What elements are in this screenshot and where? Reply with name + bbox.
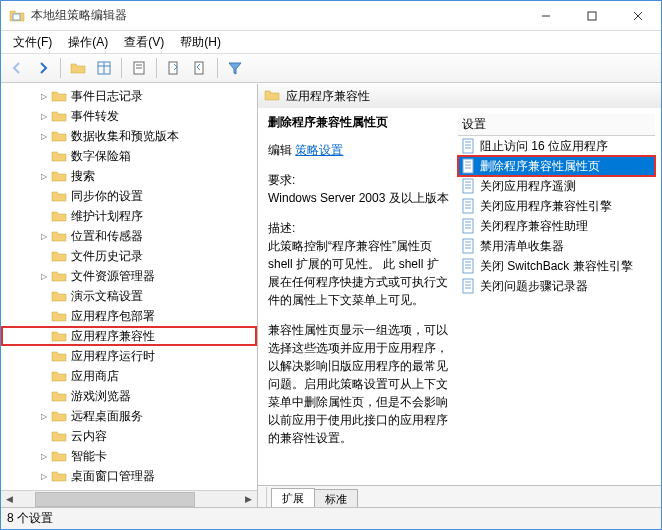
tree-item[interactable]: ▷事件转发	[1, 106, 257, 126]
tree-item-label: 事件转发	[71, 108, 119, 125]
tree-item[interactable]: 云内容	[1, 426, 257, 446]
expand-placeholder	[39, 151, 49, 161]
tree-item[interactable]: ▷文件资源管理器	[1, 266, 257, 286]
tree-item[interactable]: ▷搜索	[1, 166, 257, 186]
action-icon-1[interactable]	[162, 56, 186, 80]
tree-item[interactable]: ▷事件日志记录	[1, 86, 257, 106]
folder-icon	[51, 128, 67, 144]
folder-icon	[264, 87, 280, 106]
folder-icon	[51, 428, 67, 444]
expand-icon[interactable]: ▷	[39, 411, 49, 421]
tree-item[interactable]: 文件历史记录	[1, 246, 257, 266]
svg-rect-0	[13, 14, 20, 20]
scroll-right-arrow[interactable]: ▶	[240, 491, 257, 508]
tree-item[interactable]: 演示文稿设置	[1, 286, 257, 306]
close-button[interactable]	[615, 1, 661, 31]
tree-item[interactable]: ▷数据收集和预览版本	[1, 126, 257, 146]
detail-header: 应用程序兼容性	[258, 84, 661, 108]
horizontal-scrollbar[interactable]: ◀ ▶	[1, 490, 257, 507]
detail-title: 应用程序兼容性	[286, 88, 370, 105]
tree-item-label: 应用商店	[71, 368, 119, 385]
tab-extended[interactable]: 扩展	[271, 488, 315, 507]
tree-scroll[interactable]: ▷事件日志记录▷事件转发▷数据收集和预览版本数字保险箱▷搜索同步你的设置维护计划…	[1, 84, 257, 490]
maximize-button[interactable]	[569, 1, 615, 31]
tree-item[interactable]: 维护计划程序	[1, 206, 257, 226]
settings-list-item[interactable]: 关闭问题步骤记录器	[458, 276, 655, 296]
folder-icon	[51, 228, 67, 244]
scroll-left-arrow[interactable]: ◀	[1, 491, 18, 508]
filter-icon[interactable]	[223, 56, 247, 80]
forward-button[interactable]	[31, 56, 55, 80]
settings-list-item[interactable]: 关闭应用程序兼容性引擎	[458, 196, 655, 216]
expand-placeholder	[39, 251, 49, 261]
expand-placeholder	[39, 311, 49, 321]
tree-item[interactable]: 同步你的设置	[1, 186, 257, 206]
tree-item-label: 文件资源管理器	[71, 268, 155, 285]
tree-item-label: 游戏浏览器	[71, 388, 131, 405]
action-icon-2[interactable]	[188, 56, 212, 80]
status-bar: 8 个设置	[1, 507, 661, 529]
settings-list-item[interactable]: 删除程序兼容性属性页	[458, 156, 655, 176]
tree-item[interactable]: ▷远程桌面服务	[1, 406, 257, 426]
tree-item[interactable]: 应用程序运行时	[1, 346, 257, 366]
folder-open-icon[interactable]	[66, 56, 90, 80]
tree-item[interactable]: 应用程序包部署	[1, 306, 257, 326]
back-button[interactable]	[5, 56, 29, 80]
folder-icon	[51, 328, 67, 344]
expand-icon[interactable]: ▷	[39, 131, 49, 141]
settings-list-item[interactable]: 关闭应用程序遥测	[458, 176, 655, 196]
settings-list-item[interactable]: 关闭 SwitchBack 兼容性引擎	[458, 256, 655, 276]
svg-rect-29	[463, 219, 473, 233]
tree-item-label: 文件历史记录	[71, 248, 143, 265]
tree-item[interactable]: 应用商店	[1, 366, 257, 386]
expand-icon[interactable]: ▷	[39, 231, 49, 241]
edit-label: 编辑	[268, 143, 292, 157]
folder-icon	[51, 408, 67, 424]
expand-icon[interactable]: ▷	[39, 171, 49, 181]
tree-item-label: 应用程序兼容性	[71, 328, 155, 345]
folder-icon	[51, 88, 67, 104]
folder-icon	[51, 448, 67, 464]
expand-icon[interactable]: ▷	[39, 451, 49, 461]
tree-item[interactable]: 应用程序兼容性	[1, 326, 257, 346]
edit-policy-link[interactable]: 策略设置	[295, 143, 343, 157]
list-view-icon[interactable]	[92, 56, 116, 80]
tree-item-label: 维护计划程序	[71, 208, 143, 225]
expand-icon[interactable]: ▷	[39, 111, 49, 121]
settings-item-label: 关闭应用程序遥测	[480, 178, 576, 195]
menu-file[interactable]: 文件(F)	[5, 32, 60, 53]
detail-pane: 应用程序兼容性 删除程序兼容性属性页 编辑 策略设置 要求: Windows S…	[258, 84, 661, 507]
tree-item-label: 智能卡	[71, 448, 107, 465]
expand-icon[interactable]: ▷	[39, 271, 49, 281]
settings-list-item[interactable]: 禁用清单收集器	[458, 236, 655, 256]
tree-item[interactable]: ▷智能卡	[1, 446, 257, 466]
minimize-button[interactable]	[523, 1, 569, 31]
menu-action[interactable]: 操作(A)	[60, 32, 116, 53]
tab-standard[interactable]: 标准	[314, 489, 358, 507]
settings-list-item[interactable]: 阻止访问 16 位应用程序	[458, 136, 655, 156]
tree-item[interactable]: ▷桌面窗口管理器	[1, 466, 257, 486]
svg-rect-33	[463, 239, 473, 253]
menu-help[interactable]: 帮助(H)	[172, 32, 229, 53]
folder-icon	[51, 208, 67, 224]
tree-item[interactable]: 数字保险箱	[1, 146, 257, 166]
scroll-thumb[interactable]	[35, 492, 195, 507]
setting-icon	[460, 258, 476, 274]
setting-icon	[460, 278, 476, 294]
expand-icon[interactable]: ▷	[39, 91, 49, 101]
folder-icon	[51, 288, 67, 304]
settings-list-item[interactable]: 关闭程序兼容性助理	[458, 216, 655, 236]
tree-item[interactable]: 游戏浏览器	[1, 386, 257, 406]
menu-view[interactable]: 查看(V)	[116, 32, 172, 53]
folder-icon	[51, 148, 67, 164]
settings-column-header[interactable]: 设置	[458, 114, 655, 136]
description-body-2: 兼容性属性页显示一组选项，可以选择这些选项并应用于应用程序，以解决影响旧版应用程…	[268, 321, 450, 447]
properties-icon[interactable]	[127, 56, 151, 80]
expand-placeholder	[39, 371, 49, 381]
tree-item[interactable]: ▷位置和传感器	[1, 226, 257, 246]
folder-icon	[51, 108, 67, 124]
settings-item-label: 关闭问题步骤记录器	[480, 278, 588, 295]
tree-item-label: 应用程序运行时	[71, 348, 155, 365]
setting-icon	[460, 138, 476, 154]
expand-icon[interactable]: ▷	[39, 471, 49, 481]
